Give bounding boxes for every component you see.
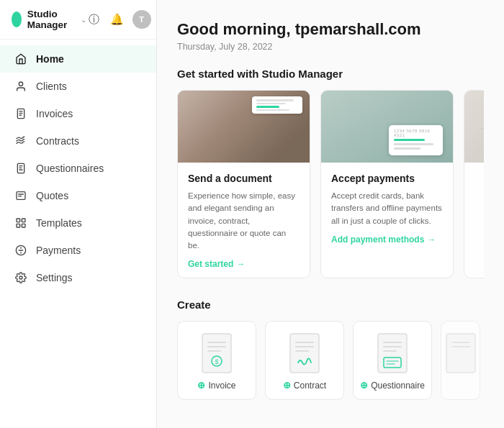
brand-logo bbox=[12, 12, 22, 27]
sidebar-item-settings[interactable]: Settings bbox=[0, 264, 156, 291]
brand-name: Studio Manager bbox=[27, 9, 73, 30]
sidebar-item-quotes[interactable]: Quotes bbox=[0, 182, 156, 209]
sidebar-item-home[interactable]: Home bbox=[0, 45, 156, 73]
sidebar-item-clients-label: Clients bbox=[36, 81, 67, 92]
card-body-send: Send a document Experience how simple, e… bbox=[178, 163, 310, 278]
get-started-cards: Send a document Experience how simple, e… bbox=[177, 90, 484, 278]
sidebar-item-payments-label: Payments bbox=[36, 245, 81, 256]
bell-icon[interactable]: 🔔 bbox=[109, 12, 125, 27]
card-link-payments[interactable]: Add payment methods → bbox=[331, 235, 443, 245]
nav-list: Home Clients Invoices Contracts Question… bbox=[0, 40, 156, 428]
card-title-payments: Accept payments bbox=[331, 173, 443, 184]
card-add-brand[interactable]: ... bbox=[464, 90, 484, 278]
brand[interactable]: Studio Manager ⌄ bbox=[12, 9, 86, 30]
create-card-invoice[interactable]: $ ⊕ Invoice bbox=[177, 321, 256, 400]
svg-rect-24 bbox=[290, 334, 319, 373]
sidebar-item-templates[interactable]: Templates bbox=[0, 209, 156, 237]
svg-rect-35 bbox=[446, 334, 475, 373]
header-icons: ⓘ 🔔 T bbox=[86, 10, 151, 29]
svg-rect-28 bbox=[378, 334, 407, 373]
contracts-icon bbox=[14, 135, 27, 147]
person-icon bbox=[14, 80, 27, 93]
card-desc-payments: Accept credit cards, bank transfers and … bbox=[331, 190, 443, 227]
svg-point-0 bbox=[19, 82, 22, 86]
templates-icon bbox=[14, 217, 27, 229]
create-card-label-invoice: ⊕ Invoice bbox=[197, 380, 235, 391]
card-desc-send: Experience how simple, easy and elegant … bbox=[188, 190, 300, 252]
card-send-document[interactable]: Send a document Experience how simple, e… bbox=[177, 90, 310, 278]
create-row: $ ⊕ Invoice ⊕ Contract bbox=[177, 321, 484, 400]
get-started-title: Get started with Studio Manager bbox=[177, 68, 484, 80]
quotes-icon bbox=[14, 189, 27, 202]
plus-icon-contract: ⊕ bbox=[283, 380, 291, 391]
create-section-title: Create bbox=[177, 299, 484, 311]
sidebar-item-contracts[interactable]: Contracts bbox=[0, 127, 156, 155]
svg-rect-15 bbox=[22, 224, 25, 227]
sidebar-item-questionnaires[interactable]: Questionnaires bbox=[0, 155, 156, 182]
sidebar: Studio Manager ⌄ ⓘ 🔔 T Home Clients Invo… bbox=[0, 0, 157, 428]
svg-rect-14 bbox=[17, 224, 20, 227]
sidebar-item-payments[interactable]: Payments bbox=[0, 237, 156, 264]
create-card-img-questionnaire bbox=[373, 333, 413, 373]
home-icon bbox=[14, 53, 27, 65]
sidebar-item-invoices[interactable]: Invoices bbox=[0, 100, 156, 127]
payments-icon bbox=[14, 244, 27, 257]
arrow-icon-payments: → bbox=[427, 235, 436, 245]
card-accept-payments[interactable]: 1234 5678 5816 4321 Accept payments Acce… bbox=[320, 90, 454, 278]
arrow-icon-send: → bbox=[236, 259, 245, 269]
main-content: Good morning, tpemarshall.com Thursday, … bbox=[157, 0, 504, 428]
svg-rect-12 bbox=[17, 219, 20, 222]
sidebar-item-templates-label: Templates bbox=[36, 217, 82, 229]
sidebar-item-quotes-label: Quotes bbox=[36, 190, 68, 201]
sidebar-header: Studio Manager ⌄ ⓘ 🔔 T bbox=[0, 0, 156, 40]
sidebar-item-home-label: Home bbox=[36, 53, 64, 65]
card-img-send bbox=[178, 91, 310, 163]
date-display: Thursday, July 28, 2022 bbox=[177, 42, 484, 52]
svg-rect-13 bbox=[22, 219, 25, 222]
create-card-more[interactable] bbox=[441, 321, 480, 400]
create-card-label-contract: ⊕ Contract bbox=[283, 380, 326, 391]
card-title-send: Send a document bbox=[188, 173, 300, 184]
svg-point-17 bbox=[19, 276, 22, 279]
create-card-img-more bbox=[441, 333, 480, 373]
create-card-contract[interactable]: ⊕ Contract bbox=[265, 321, 344, 400]
plus-icon-invoice: ⊕ bbox=[197, 380, 205, 391]
avatar[interactable]: T bbox=[132, 10, 151, 29]
brand-chevron-icon: ⌄ bbox=[81, 16, 86, 24]
help-icon[interactable]: ⓘ bbox=[86, 12, 102, 27]
sidebar-item-invoices-label: Invoices bbox=[36, 108, 73, 119]
svg-text:$: $ bbox=[215, 358, 218, 365]
settings-icon bbox=[14, 271, 27, 284]
invoice-icon bbox=[14, 107, 27, 120]
sidebar-item-questionnaires-label: Questionnaires bbox=[36, 163, 104, 174]
create-card-img-invoice: $ bbox=[197, 333, 237, 373]
card-link-send[interactable]: Get started → bbox=[188, 259, 300, 269]
svg-rect-18 bbox=[202, 334, 231, 373]
card-img-brand: ... bbox=[464, 91, 484, 163]
card-img-payments: 1234 5678 5816 4321 bbox=[321, 91, 453, 163]
sidebar-item-settings-label: Settings bbox=[36, 272, 73, 283]
sidebar-item-clients[interactable]: Clients bbox=[0, 73, 156, 100]
create-card-label-questionnaire: ⊕ Questionnaire bbox=[360, 380, 425, 391]
create-card-img-contract bbox=[285, 333, 325, 373]
card-body-payments: Accept payments Accept credit cards, ban… bbox=[321, 163, 453, 253]
questionnaire-icon bbox=[14, 162, 27, 175]
sidebar-item-contracts-label: Contracts bbox=[36, 135, 79, 147]
plus-icon-questionnaire: ⊕ bbox=[360, 380, 368, 391]
greeting-heading: Good morning, tpemarshall.com bbox=[177, 20, 484, 39]
create-card-questionnaire[interactable]: ⊕ Questionnaire bbox=[353, 321, 432, 400]
